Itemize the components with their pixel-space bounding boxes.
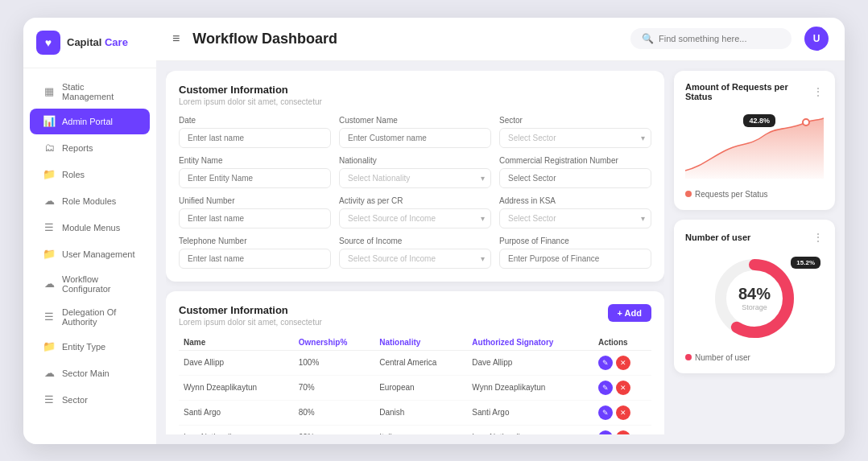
form-input-9[interactable] [179,249,331,269]
form-field-11: Purpose of Finance [499,237,651,269]
sidebar-item-workflow-configurator[interactable]: ☁ Workflow Configurator [30,268,150,300]
search-input[interactable] [659,34,779,43]
cell-name-0: Dave Allipp [179,350,294,375]
form-input-11[interactable] [499,249,651,269]
cell-nationality-0: Central America [374,350,467,375]
cell-authorized-2: Santi Argo [467,400,593,425]
sidebar-item-module-menus[interactable]: ☰ Module Menus [30,215,150,241]
users-chart-tooltip: 15.2% [791,257,820,269]
cell-name-1: Wynn Dzeaplikaytun [179,375,294,400]
sidebar-item-roles[interactable]: 📁 Roles [30,162,150,187]
users-legend-label: Number of user [695,353,750,362]
sidebar-item-user-management[interactable]: 📁 User Management [30,241,150,267]
requests-chart-header: Amount of Requests per Status ⋮ [685,82,824,101]
delete-btn-3[interactable]: ✕ [616,430,630,434]
edit-btn-3[interactable]: ✎ [598,430,613,434]
form-input-3[interactable] [179,168,331,188]
form-field-9: Telephone Number [179,237,331,269]
cell-ownership-3: 62% [294,425,374,434]
role-modules-icon: ☁ [43,195,56,208]
form-label-5: Commercial Registration Number [499,156,651,165]
cell-nationality-1: European [374,375,467,400]
form-label-2: Sector [499,116,651,125]
form-select-7[interactable]: Select Source of Income [339,208,491,228]
col-header-authorized-signatory: Authorized Signatory [467,335,593,351]
delete-btn-1[interactable]: ✕ [616,381,630,395]
form-select-8[interactable]: Select Sector [499,208,651,228]
select-wrapper-2: Select Sector [499,128,651,148]
sidebar-item-sector-main[interactable]: ☁ Sector Main [30,360,150,386]
admin-portal-icon: 📊 [43,115,56,128]
cell-authorized-0: Dave Allipp [467,350,593,375]
form-card-title: Customer Information [179,84,651,96]
table-body: Dave Allipp 100% Central America Dave Al… [179,350,651,434]
users-chart-menu[interactable]: ⋮ [812,231,824,244]
table-card-subtitle: Lorem ipsum dolor sit amet, consectetur [179,318,322,327]
cell-actions-3: ✎ ✕ [593,425,651,434]
edit-btn-0[interactable]: ✎ [598,356,613,370]
delete-btn-2[interactable]: ✕ [616,405,630,420]
col-header-name: Name [179,335,294,351]
cell-nationality-2: Danish [374,400,467,425]
requests-chart-area: 42.8% [685,106,824,187]
cell-name-2: Santi Argo [179,400,294,425]
table-row: Santi Argo 80% Danish Santi Argo ✎ ✕ [179,400,651,425]
sidebar-item-admin-portal[interactable]: 📊 Admin Portal [30,109,150,134]
table-card-title: Customer Information [179,304,322,316]
form-field-10: Source of Income Select Source of Income [339,237,491,269]
sidebar-item-static-management[interactable]: ▦ Static Management [30,76,150,108]
users-chart-legend: Number of user [685,353,824,362]
select-wrapper-4: Select Nationality [339,168,491,188]
requests-legend-dot [685,191,692,197]
form-label-10: Source of Income [339,237,491,245]
users-chart-header: Number of user ⋮ [685,231,824,244]
form-select-4[interactable]: Select Nationality [339,168,491,188]
search-icon: 🔍 [642,33,654,44]
donut-label: 84% Storage [738,285,771,311]
form-field-6: Unified Number [179,196,331,228]
form-label-11: Purpose of Finance [499,237,651,245]
sidebar-item-reports[interactable]: 🗂 Reports [30,135,150,161]
delete-btn-0[interactable]: ✕ [616,356,630,370]
form-select-2[interactable]: Select Sector [499,128,651,148]
search-bar[interactable]: 🔍 [630,28,792,49]
menu-icon[interactable]: ≡ [172,31,180,46]
reports-icon: 🗂 [43,142,56,154]
edit-btn-1[interactable]: ✎ [598,381,613,395]
sidebar-label-sector-main: Sector Main [62,368,110,378]
users-chart-title: Number of user [685,233,750,242]
sidebar-item-delegation-of-authority[interactable]: ☰ Delegation Of Authority [30,301,150,333]
cell-actions-1: ✎ ✕ [593,375,651,400]
form-select-10[interactable]: Select Source of Income [339,249,491,269]
sidebar-item-sector[interactable]: ☰ Sector [30,387,150,413]
customer-form-card: Customer Information Lorem ipsum dolor s… [166,71,664,282]
form-input-6[interactable] [179,208,331,228]
form-field-0: Date [179,116,331,148]
requests-chart-menu[interactable]: ⋮ [812,85,824,98]
form-field-2: Sector Select Sector [499,116,651,148]
form-field-7: Activity as per CR Select Source of Inco… [339,196,491,228]
form-input-1[interactable] [339,128,491,148]
sidebar-item-role-modules[interactable]: ☁ Role Modules [30,188,150,214]
edit-btn-2[interactable]: ✎ [598,405,613,420]
delegation-of-authority-icon: ☰ [43,311,56,323]
select-wrapper-10: Select Source of Income [339,249,491,269]
form-input-5[interactable] [499,168,651,188]
table-row: Wynn Dzeaplikaytun 70% European Wynn Dze… [179,375,651,400]
header: ≡ Workflow Dashboard 🔍 U [156,18,845,61]
entity-type-icon: 📁 [43,340,56,353]
form-grid: Date Customer Name Sector Select Sector … [179,116,651,269]
logo-text: Capital Care [67,36,128,48]
sidebar-label-entity-type: Entity Type [62,342,105,352]
users-legend-dot [685,354,692,360]
sidebar-label-reports: Reports [62,143,93,153]
main-area: ≡ Workflow Dashboard 🔍 U Customer Inform… [156,18,845,444]
add-button[interactable]: + Add [608,304,651,322]
form-input-0[interactable] [179,128,331,148]
sidebar-item-entity-type[interactable]: 📁 Entity Type [30,334,150,360]
donut-text: Storage [742,303,767,311]
sidebar-label-sector: Sector [62,395,88,405]
form-label-1: Customer Name [339,116,491,125]
logo: ♥ Capital Care [23,31,156,68]
select-wrapper-8: Select Sector [499,208,651,228]
